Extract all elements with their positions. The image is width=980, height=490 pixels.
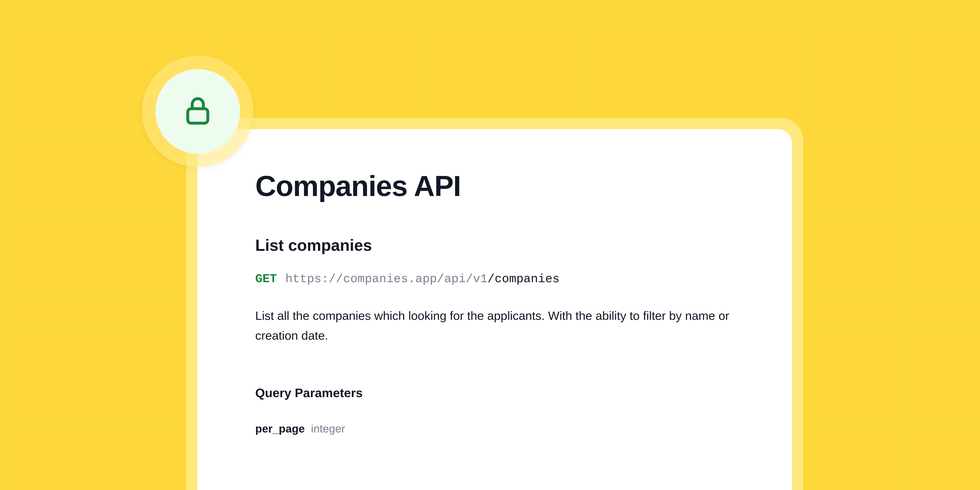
- query-parameters-heading: Query Parameters: [255, 385, 734, 400]
- page-title: Companies API: [255, 169, 734, 203]
- endpoint-url: https://companies.app/api/v1/companies: [285, 272, 560, 286]
- api-doc-card: Companies API List companies GET https:/…: [197, 129, 792, 490]
- card-frame: Companies API List companies GET https:/…: [186, 118, 803, 490]
- endpoint-section-title: List companies: [255, 236, 734, 255]
- query-param-name: per_page: [255, 422, 305, 435]
- svg-rect-0: [188, 109, 208, 123]
- lock-badge: [142, 56, 253, 167]
- endpoint-url-path: /companies: [488, 272, 560, 286]
- lock-badge-inner: [156, 69, 240, 154]
- endpoint-row: GET https://companies.app/api/v1/compani…: [255, 272, 734, 286]
- http-method-badge: GET: [255, 272, 277, 286]
- endpoint-description: List all the companies which looking for…: [255, 306, 734, 345]
- lock-icon: [185, 95, 211, 127]
- query-param-row: per_page integer: [255, 422, 734, 435]
- endpoint-url-base: https://companies.app/api/v1: [285, 272, 487, 286]
- query-param-type: integer: [311, 422, 345, 435]
